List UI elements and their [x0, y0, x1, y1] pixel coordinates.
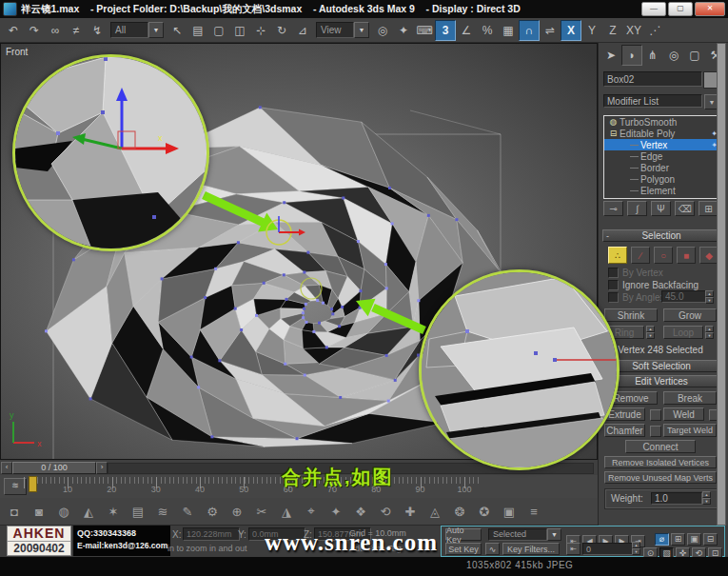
mirror-icon[interactable]: ⇌	[540, 20, 561, 41]
add-tool-icon[interactable]: ⊕	[225, 501, 249, 522]
show-end-result-button[interactable]: ∫	[627, 201, 647, 216]
time-slider-handle[interactable]: 0 / 100	[12, 462, 96, 474]
percent-snap-icon[interactable]: %	[477, 20, 498, 41]
grow-button[interactable]: Grow	[663, 308, 717, 322]
sphere-tool-icon[interactable]: ◍	[51, 501, 76, 522]
cone-tool-icon[interactable]: ◭	[76, 501, 101, 522]
dropdown-arrow-icon[interactable]: ▼	[148, 22, 164, 38]
redo-icon[interactable]: ↷	[24, 20, 45, 41]
undo-icon[interactable]: ↶	[3, 20, 24, 41]
vertex-subobject-button[interactable]: ∴	[608, 247, 627, 264]
chamfer-settings-button[interactable]	[650, 426, 661, 437]
by-angle-checkbox[interactable]: By Angle:	[608, 292, 662, 303]
half-sphere-icon[interactable]: ◮	[274, 501, 299, 522]
window-crossing-icon[interactable]: ◫	[229, 20, 250, 41]
target-tool-icon[interactable]: ⌖	[299, 501, 324, 522]
x-coord-field[interactable]	[183, 527, 240, 541]
select-and-move-icon[interactable]: ⊹	[250, 20, 271, 41]
minimize-button[interactable]: —	[641, 2, 666, 16]
chamfer-button[interactable]: Chamfer	[604, 424, 645, 437]
pin-stack-button[interactable]: ⊸	[603, 201, 623, 216]
target-weld-button[interactable]: Target Weld	[663, 424, 717, 437]
stack-row-turbosmooth[interactable]: ◍ TurboSmooth	[604, 116, 720, 128]
default-in-out-tangent-button[interactable]: ∿	[485, 543, 500, 555]
snaps-magnet-icon[interactable]: ∩	[519, 20, 540, 41]
selection-filter-dropdown[interactable]: All ▼	[110, 22, 164, 38]
current-frame-marker[interactable]	[29, 476, 37, 492]
polygon-subobject-button[interactable]: ■	[677, 247, 696, 264]
modifier-list-dropdown[interactable]: Modifier List	[603, 94, 702, 108]
flower-tool-icon[interactable]: ❂	[447, 501, 472, 522]
ring-spinner[interactable]: ▲▼	[646, 326, 655, 339]
checkbox-icon[interactable]	[608, 268, 619, 278]
time-slider-next-arrow[interactable]: ›	[96, 462, 108, 474]
pencil-tool-icon[interactable]: ✎	[175, 501, 200, 522]
remove-unused-map-verts-button[interactable]: Remove Unused Map Verts	[604, 471, 717, 484]
bind-to-space-warp-icon[interactable]: ↯	[87, 20, 108, 41]
tab-modify[interactable]: ◗	[621, 45, 642, 66]
by-vertex-checkbox[interactable]: By Vertex	[608, 268, 663, 278]
stack-row-vertex[interactable]: Vertex ✦	[604, 139, 720, 150]
stack-row-element[interactable]: Element	[604, 185, 720, 196]
keyboard-override-icon[interactable]: ⌨	[414, 20, 435, 41]
select-and-rotate-icon[interactable]: ↻	[271, 20, 292, 41]
stack-row-editable-poly[interactable]: ⊟ Editable Poly ✦	[604, 128, 720, 139]
diamond-tool-icon[interactable]: ❖	[348, 501, 373, 522]
border-subobject-button[interactable]: ○	[654, 247, 673, 264]
stack-row-icon[interactable]: ◍	[607, 117, 620, 127]
menu-tool-icon[interactable]: ≡	[521, 501, 546, 522]
remove-modifier-button[interactable]: ⌫	[675, 201, 695, 216]
dropdown-arrow-icon[interactable]: ▼	[354, 22, 369, 38]
spark-tool-icon[interactable]: ✦	[324, 501, 348, 522]
shrink-button[interactable]: Shrink	[604, 308, 658, 322]
figure-tool-icon[interactable]: ✶	[101, 501, 126, 522]
select-by-name-icon[interactable]: ▤	[187, 20, 208, 41]
prism-tool-icon[interactable]: ◬	[423, 501, 447, 522]
connect-button[interactable]: Connect	[625, 440, 696, 453]
rotate-tool-icon[interactable]: ⟲	[373, 501, 398, 522]
configure-modifier-sets-button[interactable]: ⊞	[698, 201, 718, 216]
current-frame-field[interactable]	[582, 543, 634, 555]
select-and-link-icon[interactable]: ∞	[45, 20, 66, 41]
select-and-scale-icon[interactable]: ⊿	[292, 20, 313, 41]
gear-tool-icon[interactable]: ⚙	[200, 501, 225, 522]
maximize-button[interactable]: ▢	[668, 2, 693, 16]
element-subobject-button[interactable]: ◆	[699, 247, 718, 264]
named-selection-sets-icon[interactable]: ▦	[498, 20, 519, 41]
by-angle-spinner[interactable]: ▲▼	[705, 290, 714, 304]
time-slider-prev-arrow[interactable]: ‹	[1, 462, 12, 474]
extrude-settings-button[interactable]	[650, 409, 661, 421]
edit-vertices-rollout-header[interactable]: - Edit Vertices	[602, 375, 720, 387]
stack-row-icon[interactable]: ⊟	[607, 129, 620, 138]
stack-row-border[interactable]: Border	[604, 162, 720, 173]
ignore-backfacing-checkbox[interactable]: Ignore Backfacing	[608, 280, 698, 290]
tab-hierarchy[interactable]: ⋔	[642, 45, 663, 66]
grid-tool-icon[interactable]: ▣	[497, 501, 521, 522]
break-button[interactable]: Break	[663, 391, 717, 405]
axis-x-icon[interactable]: X	[561, 20, 581, 41]
tab-create[interactable]: ➤	[600, 45, 621, 66]
select-and-manipulate-icon[interactable]: ✦	[393, 20, 414, 41]
auto-key-button[interactable]: Auto Key	[445, 528, 482, 541]
close-button[interactable]: ✕	[695, 2, 725, 16]
loop-button[interactable]: Loop	[663, 326, 703, 339]
angle-snap-icon[interactable]: ∠	[456, 20, 477, 41]
material-sample-icon[interactable]: ◙	[27, 501, 51, 522]
tab-display[interactable]: ▢	[684, 45, 705, 66]
use-pivot-center-icon[interactable]: ◎	[372, 20, 393, 41]
cut-tool-icon[interactable]: ✂	[249, 501, 274, 522]
edge-subobject-button[interactable]: ∕	[631, 247, 650, 264]
by-angle-field[interactable]	[661, 290, 707, 303]
axis-xy-icon[interactable]: XY	[623, 20, 644, 41]
stack-row-edge[interactable]: Edge	[604, 150, 720, 162]
tab-motion[interactable]: ◎	[663, 45, 684, 66]
axis-y-icon[interactable]: Y	[581, 20, 602, 41]
frame-spinner[interactable]: ▲▼	[632, 542, 640, 555]
key-mode-toggle-button[interactable]: ⇤	[566, 543, 580, 555]
weight-spinner[interactable]: ▲▼	[702, 491, 711, 505]
axis-z-icon[interactable]: Z	[602, 20, 623, 41]
stack-row-polygon[interactable]: Polygon	[604, 173, 720, 185]
weld-button[interactable]: Weld	[663, 407, 704, 421]
viewport-label[interactable]: Front	[6, 47, 28, 57]
key-filters-button[interactable]: Key Filters...	[502, 543, 560, 555]
